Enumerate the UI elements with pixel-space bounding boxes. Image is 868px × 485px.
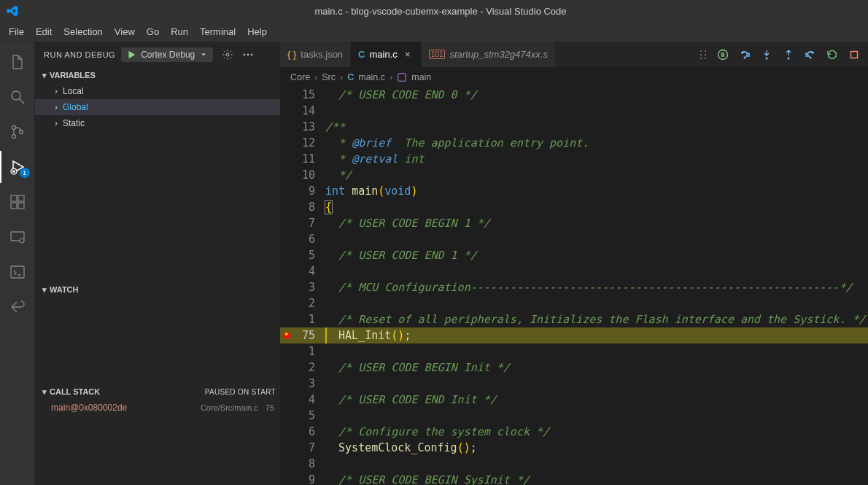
activity-share[interactable]	[0, 291, 35, 323]
breakpoint-gutter[interactable]	[280, 392, 293, 408]
menu-go[interactable]: Go	[141, 23, 165, 40]
variables-scope-static[interactable]: › Static	[35, 115, 280, 131]
activity-run-debug[interactable]: 1	[0, 151, 35, 183]
breadcrumbs[interactable]: Core › Src › C main.c › main	[280, 68, 868, 87]
step-out-button[interactable]	[782, 48, 795, 61]
crumb-symbol[interactable]: main	[411, 72, 431, 82]
code-line[interactable]: 12 * @brief The application entry point.	[280, 135, 868, 151]
continue-button[interactable]	[716, 48, 729, 61]
code-line[interactable]: 1 /* Reset of all peripherals, Initializ…	[280, 311, 868, 327]
menu-terminal[interactable]: Terminal	[194, 23, 241, 40]
chevron-down-icon: ▾	[39, 285, 50, 295]
breakpoint-gutter[interactable]	[280, 408, 293, 424]
code-line[interactable]: 6 /* Configure the system clock */	[280, 424, 868, 440]
breakpoint-gutter[interactable]	[280, 167, 293, 183]
step-into-button[interactable]	[760, 48, 773, 61]
menu-edit[interactable]: Edit	[30, 23, 58, 40]
code-content: /**	[325, 119, 868, 135]
breakpoint-gutter[interactable]	[280, 199, 293, 215]
code-line[interactable]: 6	[280, 231, 868, 247]
menu-help[interactable]: Help	[241, 23, 273, 40]
tab-close-button[interactable]: ×	[402, 49, 414, 60]
code-editor[interactable]: 15 /* USER CODE END 0 */1413/**12 * @bri…	[280, 87, 868, 485]
stop-button[interactable]	[848, 48, 861, 61]
breakpoint-gutter[interactable]	[280, 119, 293, 135]
debug-gear-button[interactable]	[222, 49, 233, 61]
svg-point-2	[12, 126, 15, 130]
breakpoint-gutter[interactable]	[280, 424, 293, 440]
code-line[interactable]: 10 */	[280, 167, 868, 183]
breakpoint-gutter[interactable]	[280, 376, 293, 392]
menu-view[interactable]: View	[109, 23, 141, 40]
breakpoint-gutter[interactable]	[280, 456, 293, 472]
code-line[interactable]: 2 /* USER CODE BEGIN Init */	[280, 360, 868, 376]
activity-source-control[interactable]	[0, 116, 35, 148]
debug-more-button[interactable]	[242, 49, 254, 61]
variables-scope-local[interactable]: › Local	[35, 83, 280, 99]
line-number: 8	[293, 456, 319, 472]
step-back-button[interactable]	[804, 48, 817, 61]
code-line[interactable]: 7 SystemClock_Config();	[280, 440, 868, 456]
menu-selection[interactable]: Selection	[58, 23, 108, 40]
breakpoint-gutter[interactable]	[280, 279, 293, 295]
crumb-file[interactable]: main.c	[358, 72, 385, 82]
step-over-button[interactable]	[738, 48, 751, 61]
code-line[interactable]: 4	[280, 263, 868, 279]
code-line[interactable]: 5 /* USER CODE END 1 */	[280, 247, 868, 263]
tab-main-c[interactable]: C main.c ×	[351, 42, 422, 67]
watch-header[interactable]: ▾ WATCH	[35, 282, 280, 298]
activity-remote[interactable]	[0, 221, 35, 253]
callstack-frame[interactable]: main@0x080002de Core/Src/main.c 75	[35, 400, 280, 416]
line-number: 14	[293, 103, 319, 119]
code-line[interactable]: 13/**	[280, 119, 868, 135]
breakpoint-gutter[interactable]	[280, 103, 293, 119]
restart-button[interactable]	[826, 48, 839, 61]
crumb-src[interactable]: Src	[322, 72, 336, 82]
code-line[interactable]: 8{	[280, 199, 868, 215]
code-line[interactable]: 14	[280, 103, 868, 119]
breakpoint-gutter[interactable]	[280, 231, 293, 247]
code-line[interactable]: 5	[280, 408, 868, 424]
menu-file[interactable]: File	[3, 23, 30, 40]
breakpoint-gutter[interactable]	[280, 183, 293, 199]
breakpoint-gutter[interactable]	[280, 360, 293, 376]
tab-tasks-json[interactable]: { } tasks.json	[280, 42, 351, 67]
code-line[interactable]: 3 /* MCU Configuration------------------…	[280, 279, 868, 295]
breakpoint-gutter[interactable]	[280, 344, 293, 360]
code-line[interactable]: 9int main(void)	[280, 183, 868, 199]
code-line[interactable]: 1	[280, 344, 868, 360]
crumb-core[interactable]: Core	[290, 72, 310, 82]
code-line[interactable]: 8	[280, 456, 868, 472]
code-line[interactable]: 7 /* USER CODE BEGIN 1 */	[280, 215, 868, 231]
code-content	[325, 344, 868, 360]
debug-config-select[interactable]: Cortex Debug	[121, 47, 213, 62]
code-line[interactable]: 2	[280, 295, 868, 311]
activity-extensions[interactable]	[0, 186, 35, 218]
breakpoint-gutter[interactable]	[280, 87, 293, 103]
variables-header[interactable]: ▾ VARIABLES	[35, 67, 280, 83]
breakpoint-gutter[interactable]	[280, 215, 293, 231]
code-line[interactable]: 11 * @retval int	[280, 151, 868, 167]
breakpoint-gutter[interactable]	[280, 295, 293, 311]
breakpoint-gutter[interactable]: ▸	[280, 327, 293, 344]
code-line[interactable]: 15 /* USER CODE END 0 */	[280, 87, 868, 103]
activity-search[interactable]	[0, 81, 35, 113]
breakpoint-gutter[interactable]	[280, 135, 293, 151]
activity-terminal[interactable]	[0, 256, 35, 288]
breakpoint-gutter[interactable]	[280, 472, 293, 485]
activity-explorer[interactable]	[0, 46, 35, 78]
grip-icon[interactable]	[699, 49, 708, 61]
variables-scope-global[interactable]: › Global	[35, 99, 280, 115]
breakpoint-gutter[interactable]	[280, 247, 293, 263]
code-line[interactable]: 3	[280, 376, 868, 392]
code-line[interactable]: 4 /* USER CODE END Init */	[280, 392, 868, 408]
code-content	[325, 231, 868, 247]
breakpoint-gutter[interactable]	[280, 440, 293, 456]
menu-run[interactable]: Run	[165, 23, 194, 40]
code-line[interactable]: 9 /* USER CODE BEGIN SysInit */	[280, 472, 868, 485]
tab-startup-s[interactable]: 101 startup_stm32g474xx.s	[422, 42, 556, 67]
breakpoint-gutter[interactable]	[280, 263, 293, 279]
breakpoint-gutter[interactable]	[280, 151, 293, 167]
code-line[interactable]: ▸75 HAL_Init();	[280, 327, 868, 344]
callstack-header[interactable]: ▾ CALL STACK PAUSED ON START	[35, 384, 280, 400]
